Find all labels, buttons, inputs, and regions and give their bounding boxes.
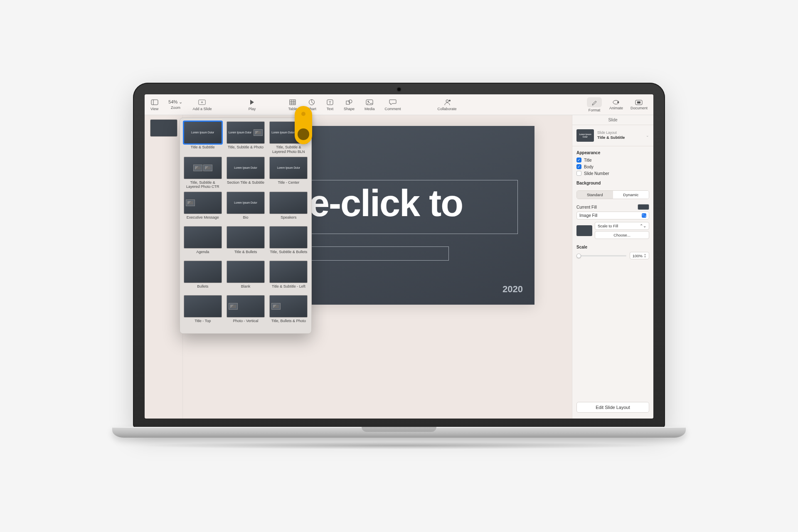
- template-bio[interactable]: Lorem Ipsum DolorBio: [226, 192, 265, 224]
- view-icon: [151, 99, 158, 106]
- template-photo-vertical[interactable]: Photo - Vertical: [226, 295, 265, 327]
- inspector: Slide Lorem Ipsum Dolor Slide Layout Tit…: [572, 115, 653, 419]
- template-name: Agenda: [183, 250, 222, 258]
- template-title-bullets[interactable]: Title & Bullets: [226, 226, 265, 258]
- animate-tab[interactable]: Animate: [609, 99, 623, 110]
- template-thumbnail: [184, 192, 222, 214]
- laptop-frame: View 54% ⌄ Zoom Add a Slide: [133, 83, 665, 449]
- play-icon: [248, 99, 256, 106]
- title-checkbox[interactable]: Title: [572, 157, 653, 163]
- collaborate-button[interactable]: Collaborate: [438, 99, 457, 111]
- template-thumbnail: [227, 226, 265, 249]
- template-title-subtitle-layered-photo-ctr[interactable]: Title, Subtitle & Layered Photo CTR: [183, 157, 222, 190]
- svg-point-14: [349, 100, 352, 103]
- template-thumbnail: [227, 261, 265, 283]
- body-checkbox[interactable]: Body: [572, 163, 653, 170]
- current-fill-swatch[interactable]: [638, 204, 649, 210]
- template-title-subtitle[interactable]: Lorem Ipsum DolorTitle & Subtitle: [183, 121, 222, 154]
- template-bullets[interactable]: Bullets: [183, 261, 222, 293]
- slide-year: 2020: [502, 284, 523, 295]
- template-executive-message[interactable]: Executive Message: [183, 192, 222, 224]
- template-name: Title, Bullets & Photo: [269, 319, 308, 327]
- background-segmented[interactable]: Standard Dynamic: [576, 190, 649, 199]
- template-thumbnail: [184, 295, 222, 318]
- template-thumbnail: [269, 261, 308, 283]
- svg-point-16: [368, 101, 369, 102]
- scale-value[interactable]: 100%▲▼: [630, 252, 649, 259]
- template-name: Title & Bullets: [226, 250, 265, 258]
- slide-layout-picker[interactable]: Lorem Ipsum Dolor Slide Layout Title & S…: [572, 125, 653, 146]
- template-name: Section Title & Subtitle: [226, 180, 265, 189]
- svg-point-17: [446, 100, 448, 102]
- template-name: Title & Subtitle - Left: [269, 284, 308, 293]
- zoom-button[interactable]: 54% ⌄ Zoom: [168, 99, 182, 110]
- template-title-subtitle-bullets[interactable]: Title, Subtitle & Bullets: [269, 226, 308, 258]
- fill-type-select[interactable]: Image Fill⌃⌄: [576, 212, 649, 219]
- template-name: Photo - Vertical: [226, 319, 265, 327]
- collaborate-icon: [443, 99, 451, 106]
- add-slide-icon: [198, 99, 206, 106]
- table-button[interactable]: Table: [288, 99, 297, 111]
- view-button[interactable]: View: [150, 99, 158, 111]
- template-thumbnail: [269, 192, 308, 214]
- template-name: Title, Subtitle & Bullets: [269, 250, 308, 258]
- format-tab[interactable]: Format: [587, 97, 602, 112]
- template-speakers[interactable]: Speakers: [269, 192, 308, 224]
- slidenum-checkbox[interactable]: Slide Number: [572, 170, 653, 177]
- play-button[interactable]: Play: [248, 99, 256, 111]
- document-icon: [635, 99, 643, 105]
- add-slide-popover[interactable]: Lorem Ipsum DolorTitle & SubtitleLorem I…: [180, 118, 312, 334]
- scale-label: Scale: [576, 245, 649, 249]
- layout-thumbnail: Lorem Ipsum Dolor: [576, 129, 594, 142]
- zoom-value: 54% ⌄: [168, 99, 182, 105]
- animate-icon: [612, 99, 620, 105]
- slide-navigator[interactable]: 1: [145, 115, 183, 419]
- edit-slide-layout-button[interactable]: Edit Slide Layout: [576, 402, 649, 413]
- template-thumbnail: [269, 226, 308, 249]
- inspector-tab-slide[interactable]: Slide: [572, 115, 653, 125]
- comment-icon: [389, 99, 397, 106]
- template-name: Title, Subtitle & Photo: [226, 145, 265, 153]
- template-thumbnail: Lorem Ipsum Dolor: [227, 192, 265, 214]
- comment-button[interactable]: Comment: [385, 99, 401, 111]
- document-tab[interactable]: Document: [631, 99, 648, 110]
- template-thumbnail: Lorem Ipsum Dolor: [227, 157, 265, 179]
- svg-point-18: [449, 100, 451, 101]
- laptop-base: [112, 427, 686, 438]
- text-button[interactable]: TText: [326, 99, 334, 111]
- text-icon: T: [326, 99, 334, 106]
- template-thumbnail: [269, 295, 308, 318]
- template-name: Title, Subtitle & Layered Photo BLN: [269, 145, 308, 154]
- template-name: Speakers: [269, 215, 308, 224]
- choose-button[interactable]: Choose...: [595, 231, 649, 239]
- template-title-bullets-photo[interactable]: Title, Bullets & Photo: [269, 295, 308, 327]
- shape-icon: [345, 99, 353, 106]
- template-title-subtitle-left[interactable]: Title & Subtitle - Left: [269, 261, 308, 293]
- template-title-subtitle-photo[interactable]: Lorem Ipsum DolorTitle, Subtitle & Photo: [226, 121, 265, 154]
- template-thumbnail: [184, 226, 222, 249]
- template-name: Title & Subtitle: [183, 145, 222, 153]
- add-slide-button[interactable]: Add a Slide: [192, 99, 212, 111]
- template-thumbnail: [227, 295, 265, 318]
- template-blank[interactable]: Blank: [226, 261, 265, 293]
- toolbar: View 54% ⌄ Zoom Add a Slide: [145, 94, 653, 115]
- template-name: Bullets: [183, 284, 222, 293]
- media-button[interactable]: Media: [365, 99, 375, 111]
- template-thumbnail: Lorem Ipsum Dolor: [269, 157, 308, 179]
- template-agenda[interactable]: Agenda: [183, 226, 222, 258]
- chevron-down-icon: ⌄: [646, 133, 649, 138]
- template-section-title-subtitle[interactable]: Lorem Ipsum DolorSection Title & Subtitl…: [226, 157, 265, 190]
- template-title-center[interactable]: Lorem Ipsum DolorTitle - Center: [269, 157, 308, 190]
- template-name: Bio: [226, 215, 265, 224]
- template-thumbnail: [184, 157, 222, 179]
- fill-image-thumb: [576, 225, 592, 236]
- app-window: View 54% ⌄ Zoom Add a Slide: [145, 94, 653, 419]
- slide-thumbnail-1[interactable]: [150, 119, 177, 137]
- template-name: Blank: [226, 284, 265, 293]
- shape-button[interactable]: Shape: [344, 99, 355, 111]
- scale-slider[interactable]: [576, 255, 626, 256]
- template-title-top[interactable]: Title - Top: [183, 295, 222, 327]
- scale-mode-select[interactable]: Scale to Fill⌃⌄: [595, 222, 649, 230]
- template-thumbnail: Lorem Ipsum Dolor: [184, 121, 222, 144]
- pointer-highlight: [295, 106, 312, 144]
